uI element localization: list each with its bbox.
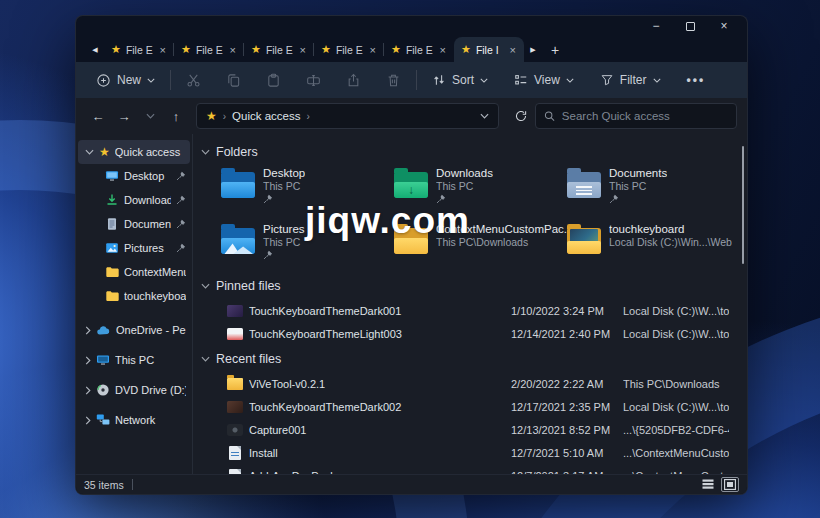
refresh-button[interactable] (509, 104, 533, 128)
rename-button[interactable] (304, 69, 323, 92)
file-row[interactable]: Install 12/7/2021 5:10 AM ...\ContextMen… (201, 441, 737, 464)
search-box[interactable] (535, 103, 737, 129)
close-button[interactable]: × (707, 17, 741, 35)
section-title: Folders (216, 145, 258, 159)
sidebar-item-network[interactable]: Network (78, 408, 190, 432)
navigation-pane: ★ Quick access Desktop Downloads Documen… (76, 134, 193, 474)
address-bar[interactable]: ★ › Quick access › (196, 103, 499, 129)
tab-close-icon[interactable]: × (159, 44, 167, 56)
chevron-down-icon[interactable] (85, 149, 94, 155)
chevron-down-icon[interactable] (201, 283, 210, 289)
details-view-button[interactable] (699, 477, 717, 492)
cut-icon (186, 73, 201, 88)
tab-file-explorer-1[interactable]: ★ File E × (104, 37, 174, 62)
recent-locations-button[interactable] (138, 104, 162, 128)
tab-close-icon[interactable]: × (229, 44, 237, 56)
sidebar-item-quick-access[interactable]: ★ Quick access (78, 140, 190, 164)
file-date: 1/10/2022 3:24 PM (511, 305, 623, 317)
sidebar-item-documents[interactable]: Documents (78, 212, 190, 236)
file-row[interactable]: Capture001 12/13/2021 8:52 PM ...\{5205D… (201, 418, 737, 441)
tab-file-explorer-4[interactable]: ★ File E × (314, 37, 384, 62)
file-row[interactable]: Add-AppDevPackage 12/7/2021 3:17 AM ...\… (201, 464, 737, 474)
sidebar-item-onedrive[interactable]: OneDrive - Personal (78, 318, 190, 342)
quick-access-star-icon: ★ (181, 44, 191, 55)
tab-close-icon[interactable]: × (299, 44, 307, 56)
tab-file-explorer-active[interactable]: ★ File I × (454, 37, 524, 62)
sidebar-item-label: touchkeyboard (124, 290, 186, 302)
sidebar-item-touchkeyboard[interactable]: touchkeyboard (78, 284, 190, 308)
file-name: Add-AppDevPackage (249, 470, 511, 475)
sidebar-item-desktop[interactable]: Desktop (78, 164, 190, 188)
tab-scroll-right-button[interactable]: ▶ (524, 38, 542, 62)
sidebar-item-downloads[interactable]: Downloads (78, 188, 190, 212)
sidebar-item-dvd-drive[interactable]: DVD Drive (D:) CCCO (78, 378, 190, 402)
tab-file-explorer-5[interactable]: ★ File E × (384, 37, 454, 62)
titlebar: − × (76, 16, 747, 36)
back-button[interactable]: ← (86, 104, 110, 128)
large-icons-view-button[interactable] (721, 477, 739, 492)
image-thumbnail (227, 305, 243, 317)
maximize-button[interactable] (673, 17, 707, 35)
paste-button[interactable] (264, 69, 283, 92)
folder-location: This PC (436, 180, 493, 192)
file-name: TouchKeyboardThemeDark001 (249, 305, 511, 317)
tab-scroll-left-button[interactable]: ◀ (86, 38, 104, 62)
sidebar-item-contextmenucust[interactable]: ContextMenuCust (78, 260, 190, 284)
file-row[interactable]: ViVeTool-v0.2.1 2/20/2022 2:22 AM This P… (201, 372, 737, 395)
tab-file-explorer-3[interactable]: ★ File E × (244, 37, 314, 62)
view-button[interactable]: View (508, 69, 580, 91)
filter-button[interactable]: Filter (594, 69, 667, 91)
tab-label: File I (476, 44, 504, 56)
new-tab-button[interactable]: + (542, 38, 568, 62)
sort-button[interactable]: Sort (426, 69, 494, 91)
file-date: 12/14/2021 2:40 PM (511, 328, 623, 340)
filter-funnel-icon (600, 73, 614, 87)
see-more-button[interactable]: ••• (681, 69, 712, 91)
sidebar-item-this-pc[interactable]: This PC (78, 348, 190, 372)
section-title: Pinned files (216, 279, 281, 293)
file-location: ...\ContextMenuCustomPackage_... (623, 470, 729, 475)
file-name: ViVeTool-v0.2.1 (249, 378, 511, 390)
file-row[interactable]: TouchKeyboardThemeDark002 12/17/2021 2:3… (201, 395, 737, 418)
chevron-down-icon[interactable] (201, 149, 210, 155)
section-header-pinned-files[interactable]: Pinned files (201, 276, 737, 296)
copy-button[interactable] (224, 69, 243, 92)
tab-close-icon[interactable]: × (439, 44, 447, 56)
tab-file-explorer-2[interactable]: ★ File E × (174, 37, 244, 62)
address-dropdown-chevron-icon[interactable] (480, 113, 489, 119)
search-input[interactable] (562, 110, 728, 122)
folder-tile-documents[interactable]: Documents This PC (567, 167, 740, 214)
new-label: New (117, 73, 141, 87)
chevron-right-icon[interactable] (85, 386, 91, 395)
chevron-right-icon[interactable] (85, 326, 91, 335)
onedrive-cloud-icon (96, 324, 111, 337)
minimize-button[interactable]: − (639, 17, 673, 35)
folder-tile-touchkeyboard[interactable]: touchkeyboard Local Disk (C:)\Win...\Web (567, 223, 740, 270)
chevron-right-icon[interactable] (85, 356, 91, 365)
folders-grid: Desktop This PC ↓ Downloads This PC (221, 167, 737, 270)
section-header-recent-files[interactable]: Recent files (201, 349, 737, 369)
chevron-right-icon[interactable] (85, 416, 91, 425)
section-header-folders[interactable]: Folders (201, 142, 737, 162)
tab-close-icon[interactable]: × (509, 44, 517, 56)
share-button[interactable] (344, 69, 363, 92)
forward-button[interactable]: → (112, 104, 136, 128)
vertical-scrollbar[interactable] (742, 146, 744, 264)
cut-button[interactable] (184, 69, 203, 92)
tab-label: File E (336, 44, 364, 56)
up-button[interactable]: ↑ (164, 104, 188, 128)
file-row[interactable]: TouchKeyboardThemeDark001 1/10/2022 3:24… (201, 299, 737, 322)
sidebar-item-pictures[interactable]: Pictures (78, 236, 190, 260)
tab-label: File E (406, 44, 434, 56)
file-date: 12/13/2021 8:52 PM (511, 424, 623, 436)
folder-name: Pictures (263, 223, 305, 235)
pin-icon (263, 194, 305, 204)
new-button[interactable]: New (90, 69, 161, 92)
breadcrumb-separator: › (223, 111, 226, 122)
downloads-icon (105, 193, 119, 207)
breadcrumb-quick-access[interactable]: Quick access (232, 110, 300, 122)
tab-close-icon[interactable]: × (369, 44, 377, 56)
chevron-down-icon[interactable] (201, 356, 210, 362)
delete-button[interactable] (384, 69, 403, 92)
file-row[interactable]: TouchKeyboardThemeLight003 12/14/2021 2:… (201, 322, 737, 345)
